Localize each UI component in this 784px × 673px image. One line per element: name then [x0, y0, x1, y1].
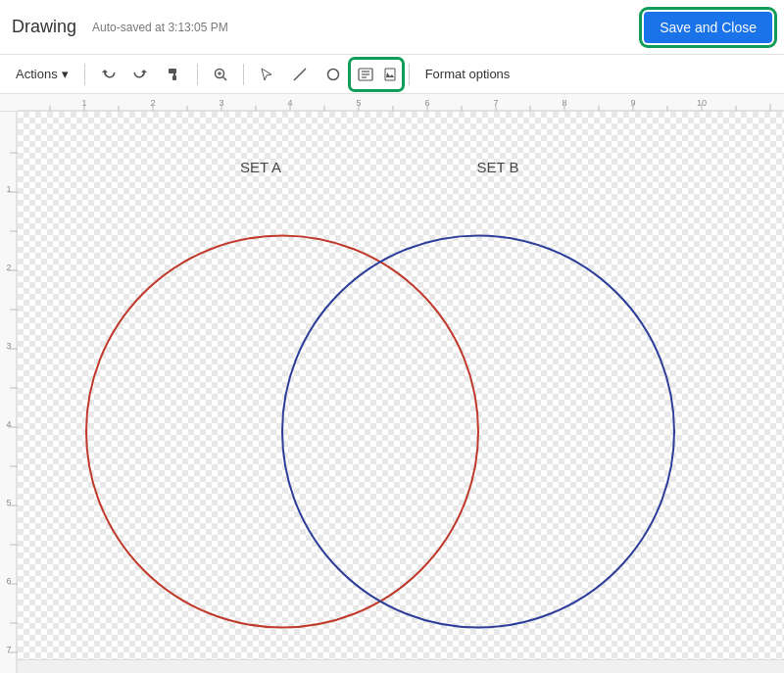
ruler-left: 1 2 3 4 5 6 7	[0, 112, 18, 673]
toolbar: Actions ▾	[0, 55, 784, 94]
venn-diagram: SET A SET B	[18, 112, 784, 673]
svg-rect-48	[0, 112, 18, 673]
zoom-icon	[213, 67, 228, 82]
horizontal-scrollbar[interactable]	[18, 659, 784, 673]
main-content: // We'll use inline positioning 1 2 3 4 …	[0, 94, 784, 673]
shape-icon	[325, 67, 341, 82]
redo-button[interactable]	[126, 61, 156, 88]
drawing-canvas[interactable]: SET A SET B	[18, 112, 784, 673]
svg-line-3	[222, 76, 226, 80]
line-tool-button[interactable]	[285, 61, 315, 88]
app-title: Drawing	[12, 17, 76, 37]
undo-icon	[100, 67, 116, 82]
ruler-top: // We'll use inline positioning 1 2 3 4 …	[0, 94, 784, 112]
svg-point-7	[327, 69, 338, 79]
svg-rect-14	[18, 94, 784, 112]
text-tool-button[interactable]	[352, 61, 379, 88]
ruler-top-ticks: 1 2 3 4 5 6 7 8 9 10	[18, 94, 784, 112]
set-a-label: SET A	[240, 159, 281, 175]
select-icon	[259, 67, 274, 82]
toolbar-separator-2	[197, 64, 198, 85]
toolbar-separator-1	[84, 64, 85, 85]
select-tool-button[interactable]	[252, 61, 281, 88]
svg-rect-0	[169, 69, 176, 73]
text-tool-group-highlighted	[352, 61, 401, 88]
toolbar-separator-4	[409, 64, 410, 85]
paint-format-button[interactable]	[160, 61, 189, 88]
image-tool-button[interactable]	[379, 61, 401, 88]
line-icon	[292, 67, 308, 82]
svg-rect-1	[172, 75, 176, 80]
actions-arrow-icon: ▾	[62, 67, 69, 81]
ruler-left-svg: 1 2 3 4 5 6 7	[0, 112, 18, 673]
save-and-close-button[interactable]: Save and Close	[644, 12, 772, 43]
set-b-label: SET B	[476, 159, 518, 175]
svg-line-6	[294, 69, 306, 80]
text-box-icon	[358, 67, 373, 82]
autosave-status: Auto-saved at 3:13:05 PM	[92, 21, 228, 34]
header-left: Drawing Auto-saved at 3:13:05 PM	[12, 17, 228, 37]
format-options-label[interactable]: Format options	[417, 63, 518, 85]
dropdown-arrow-icon	[384, 67, 396, 82]
actions-menu-button[interactable]: Actions ▾	[8, 63, 76, 85]
actions-label: Actions	[16, 67, 58, 81]
zoom-button[interactable]	[206, 61, 235, 88]
shape-menu-button[interactable]	[318, 61, 348, 88]
undo-button[interactable]	[93, 61, 122, 88]
redo-icon	[133, 67, 149, 82]
paint-format-icon	[167, 67, 182, 82]
canvas-area: 1 2 3 4 5 6 7	[0, 112, 784, 673]
toolbar-separator-3	[243, 64, 244, 85]
app-header: Drawing Auto-saved at 3:13:05 PM Save an…	[0, 0, 784, 55]
